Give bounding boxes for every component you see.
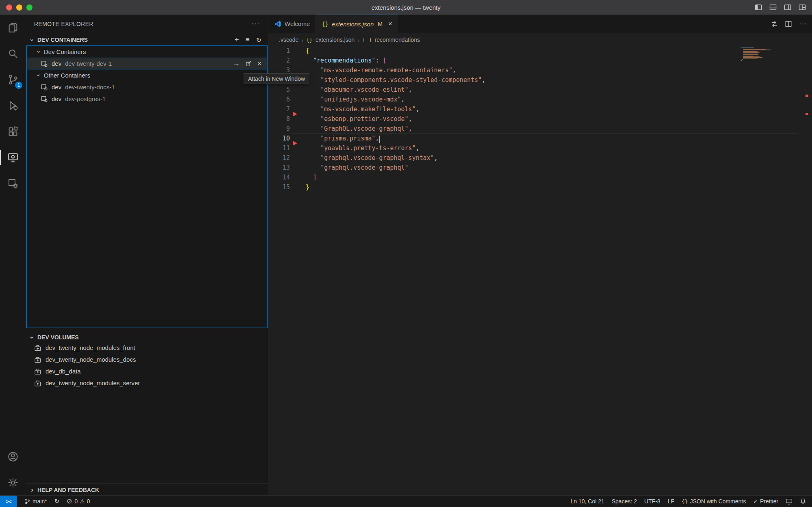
breadcrumb-separator: ›	[301, 37, 303, 43]
status-bar: >< main* ↻ 0 ⚠ 0 Ln 10, Col 21 Spaces: 2	[0, 495, 812, 507]
open-changes-icon[interactable]	[771, 20, 778, 28]
language-label: JSON with Comments	[690, 498, 746, 505]
screen-share-item[interactable]	[786, 498, 793, 505]
overview-ruler-mark	[806, 95, 808, 97]
vscode-logo-icon	[274, 20, 281, 28]
volume-item[interactable]: dev_twenty_node_modules_docs	[26, 354, 268, 365]
notifications-item[interactable]	[800, 498, 806, 505]
problems-item[interactable]: 0 ⚠ 0	[67, 498, 90, 505]
explorer-icon[interactable]	[0, 15, 26, 41]
volume-icon	[34, 344, 41, 352]
line-number: 2	[268, 57, 290, 64]
encoding-item[interactable]: UTF-8	[644, 498, 661, 505]
line-number: 5	[268, 86, 290, 93]
line-col: Ln 10, Col 21	[570, 498, 604, 505]
encoding-label: UTF-8	[644, 498, 661, 505]
section-help-and-feedback[interactable]: › HELP AND FEEDBACK	[26, 483, 268, 496]
section-label: DEV CONTAINERS	[37, 37, 88, 43]
code-line[interactable]: 14 ]	[268, 173, 812, 182]
indentation-item[interactable]: Spaces: 2	[612, 498, 637, 505]
volume-name: dev_twenty_node_modules_server	[45, 380, 140, 386]
container-label: dev	[52, 95, 61, 102]
attach-current-window-icon[interactable]: →	[233, 60, 240, 67]
volume-icon	[34, 380, 41, 387]
stop-container-icon[interactable]: ×	[257, 60, 261, 67]
vscode-window: extensions.json — twenty 1	[0, 0, 812, 507]
volume-item[interactable]: dev_db_data	[26, 365, 268, 377]
code-line[interactable]: 9 "GraphQL.vscode-graphql",	[268, 124, 812, 134]
cursor-position-item[interactable]: Ln 10, Col 21	[570, 498, 604, 505]
code-line[interactable]: 5 "dbaeumer.vscode-eslint",	[268, 85, 812, 95]
code-line[interactable]: 7 "ms-vscode.makefile-tools",	[268, 104, 812, 114]
customize-layout-icon[interactable]	[798, 3, 806, 11]
settings-gear-icon[interactable]	[0, 470, 26, 496]
overview-ruler-mark	[806, 113, 808, 115]
code-line[interactable]: 13 "graphql.vscode-graphql"	[268, 163, 812, 173]
formatter-item[interactable]: ✓ Prettier	[753, 498, 778, 505]
line-number: 6	[268, 96, 290, 103]
activity-bar: 1	[0, 15, 26, 496]
container-label: dev	[52, 60, 61, 67]
git-branch-item[interactable]: main*	[24, 498, 47, 505]
code-line[interactable]: 4 "styled-components.vscode-styled-compo…	[268, 75, 812, 85]
remote-indicator[interactable]: ><	[0, 496, 17, 507]
container-item-dev-twenty-dev-1[interactable]: dev dev-twenty-dev-1 → ×	[27, 58, 267, 69]
filter-icon[interactable]: ≡	[246, 36, 250, 44]
code-line[interactable]: 12 "graphql.vscode-graphql-syntax",	[268, 153, 812, 163]
tree-group-dev-containers[interactable]: › Dev Containers	[27, 46, 267, 58]
containers-icon[interactable]	[0, 170, 26, 196]
toggle-secondary-sidebar-icon[interactable]	[784, 3, 792, 11]
split-editor-icon[interactable]	[785, 20, 792, 28]
container-name: dev-twenty-dev-1	[65, 60, 112, 67]
section-dev-containers[interactable]: › DEV CONTAINERS + ≡ ↻	[26, 34, 268, 45]
container-item-dev-postgres-1[interactable]: dev dev-postgres-1	[27, 93, 267, 105]
toggle-panel-icon[interactable]	[769, 3, 777, 11]
json-file-icon: {}	[322, 21, 328, 27]
sync-changes-item[interactable]: ↻	[54, 498, 60, 505]
tooltip-attach-new-window: Attach in New Window	[244, 73, 309, 84]
breadcrumbs: .vscode › {} extensions.json › [ ] recom…	[268, 33, 812, 47]
code-line[interactable]: 15}	[268, 182, 812, 192]
tab-extensions-json[interactable]: {} extensions.json M ×	[316, 15, 398, 33]
code-line[interactable]: 3 "ms-vscode-remote.remote-containers",	[268, 65, 812, 75]
json-file-icon: {}	[306, 37, 313, 43]
run-and-debug-icon[interactable]	[0, 93, 26, 119]
new-dev-container-icon[interactable]: +	[235, 35, 239, 44]
source-control-icon[interactable]: 1	[0, 67, 26, 93]
section-dev-volumes[interactable]: › DEV VOLUMES	[26, 332, 268, 343]
accounts-icon[interactable]	[0, 444, 26, 470]
language-mode-item[interactable]: {} JSON with Comments	[682, 498, 746, 505]
more-actions-icon[interactable]: ···	[251, 19, 260, 28]
code-line[interactable]: 1{	[268, 46, 812, 56]
code-line[interactable]: 11 "yoavbls.pretty-ts-errors",	[268, 143, 812, 153]
attach-new-window-icon[interactable]	[245, 60, 252, 67]
refresh-icon[interactable]: ↻	[256, 36, 261, 44]
code-line[interactable]: 10 "prisma.prisma",	[268, 134, 812, 143]
code-line[interactable]: 2 "recommendations": [	[268, 56, 812, 65]
line-number: 1	[268, 47, 290, 54]
more-actions-icon[interactable]: ···	[799, 20, 807, 28]
volume-icon	[34, 368, 41, 375]
line-number: 3	[268, 67, 290, 74]
remote-explorer-icon[interactable]	[0, 145, 26, 170]
volume-item[interactable]: dev_twenty_node_modules_front	[26, 342, 268, 354]
tree-group-other-containers[interactable]: › Other Containers	[27, 69, 267, 81]
notifications-bell-icon	[800, 498, 806, 505]
toggle-primary-sidebar-icon[interactable]	[754, 3, 762, 11]
activity-bar-bottom	[0, 444, 26, 496]
extensions-icon[interactable]	[0, 119, 26, 145]
breadcrumb-symbol[interactable]: recommendations	[375, 37, 420, 43]
git-deleted-marker	[293, 112, 297, 117]
breadcrumb-folder[interactable]: .vscode	[279, 37, 298, 43]
search-icon[interactable]	[0, 41, 26, 67]
volume-item[interactable]: dev_twenty_node_modules_server	[26, 377, 268, 389]
eol-item[interactable]: LF	[667, 498, 674, 505]
dev-containers-tree: › Dev Containers dev dev-twenty-dev-1 → …	[26, 45, 268, 328]
breadcrumb-file[interactable]: extensions.json	[315, 37, 355, 43]
code-line[interactable]: 8 "esbenp.prettier-vscode",	[268, 114, 812, 124]
container-item-dev-twenty-docs-1[interactable]: dev dev-twenty-docs-1	[27, 81, 267, 93]
code-line[interactable]: 6 "unifiedjs.vscode-mdx",	[268, 95, 812, 104]
tab-welcome[interactable]: Welcome	[268, 15, 316, 33]
minimap[interactable]	[741, 47, 771, 61]
close-tab-icon[interactable]: ×	[388, 20, 392, 28]
